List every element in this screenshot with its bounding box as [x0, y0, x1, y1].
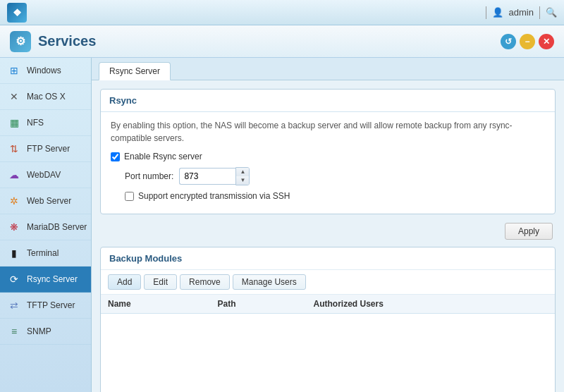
close-button[interactable]: ✕ — [539, 34, 554, 49]
sidebar-item-label: FTP Server — [27, 144, 70, 154]
main-layout: ⊞ Windows ✕ Mac OS X ▦ NFS ⇅ FTP Server … — [0, 58, 564, 392]
sidebar-item-rsync[interactable]: ⟳ Rsync Server — [0, 267, 91, 293]
rsync-description: By enabling this option, the NAS will be… — [111, 119, 545, 145]
username: admin — [509, 7, 534, 18]
sidebar-item-macos[interactable]: ✕ Mac OS X — [0, 84, 91, 110]
apply-button[interactable]: Apply — [505, 223, 553, 240]
table-empty — [101, 314, 555, 393]
col-name: Name — [101, 295, 211, 314]
sidebar-item-label: SNMP — [27, 326, 51, 336]
sidebar-item-label: NFS — [27, 118, 44, 128]
ssh-label[interactable]: Support encrypted transmission via SSH — [138, 191, 290, 201]
webdav-icon: ☁ — [7, 168, 21, 182]
apply-row: Apply — [100, 223, 556, 240]
rsync-section-title: Rsync — [101, 90, 555, 112]
panel: Rsync By enabling this option, the NAS w… — [92, 80, 564, 392]
sidebar-item-terminal[interactable]: ▮ Terminal — [0, 240, 91, 267]
sidebar: ⊞ Windows ✕ Mac OS X ▦ NFS ⇅ FTP Server … — [0, 58, 92, 392]
sidebar-item-snmp[interactable]: ≡ SNMP — [0, 319, 91, 345]
services-icon: ⚙ — [10, 31, 31, 52]
terminal-icon: ▮ — [7, 246, 21, 260]
rsync-icon: ⟳ — [7, 272, 21, 286]
sidebar-item-nfs[interactable]: ▦ NFS — [0, 110, 91, 136]
sidebar-item-label: TFTP Server — [27, 300, 75, 310]
ssh-checkbox[interactable] — [125, 192, 134, 201]
col-authorized-users: Authorized Users — [306, 295, 555, 314]
enable-rsync-checkbox[interactable] — [111, 152, 120, 161]
table-wrap: Name Path Authorized Users — [101, 295, 555, 392]
port-spinner: ▲ ▼ — [235, 167, 250, 185]
backup-table: Name Path Authorized Users — [101, 295, 555, 392]
backup-toolbar: Add Edit Remove Manage Users — [101, 269, 555, 295]
sidebar-item-label: Mac OS X — [27, 92, 66, 102]
nfs-icon: ▦ — [7, 116, 21, 130]
sidebar-item-mariadb[interactable]: ❋ MariaDB Server — [0, 214, 91, 240]
sidebar-item-webdav[interactable]: ☁ WebDAV — [0, 162, 91, 188]
backup-modules-title: Backup Modules — [101, 247, 555, 269]
remove-button[interactable]: Remove — [180, 274, 230, 290]
ftp-icon: ⇅ — [7, 142, 21, 156]
search-icon[interactable]: 🔍 — [546, 7, 557, 18]
refresh-button[interactable]: ↺ — [501, 34, 516, 49]
content-area: Rsync Server Rsync By enabling this opti… — [92, 58, 564, 392]
rsync-section-body: By enabling this option, the NAS will be… — [101, 112, 555, 214]
manage-users-button[interactable]: Manage Users — [233, 274, 306, 290]
sidebar-item-label: Rsync Server — [27, 274, 78, 284]
sidebar-item-label: Web Server — [27, 196, 71, 206]
port-input-wrap: ▲ ▼ — [179, 167, 250, 185]
sidebar-item-webserver[interactable]: ✲ Web Server — [0, 188, 91, 214]
port-label: Port number: — [125, 171, 173, 181]
ssh-row: Support encrypted transmission via SSH — [111, 191, 545, 201]
snmp-icon: ≡ — [7, 324, 21, 338]
windows-icon: ⊞ — [7, 63, 21, 78]
header-title-area: ⚙ Services — [10, 31, 96, 52]
page-title: Services — [38, 33, 96, 49]
port-input[interactable] — [179, 168, 235, 185]
port-up-button[interactable]: ▲ — [236, 168, 249, 176]
edit-button[interactable]: Edit — [144, 274, 177, 290]
divider — [486, 6, 486, 19]
backup-modules-section: Backup Modules Add Edit Remove Manage Us… — [100, 247, 556, 392]
mariadb-icon: ❋ — [7, 220, 21, 234]
add-button[interactable]: Add — [108, 274, 141, 290]
top-bar-left: ❖ — [7, 3, 27, 23]
tab-rsync-server[interactable]: Rsync Server — [99, 62, 171, 80]
divider2 — [539, 6, 540, 19]
header-bar: ⚙ Services ↺ − ✕ — [0, 25, 564, 58]
app-logo: ❖ — [7, 3, 27, 23]
sidebar-item-label: MariaDB Server — [27, 222, 87, 232]
port-down-button[interactable]: ▼ — [236, 176, 249, 185]
enable-rsync-row: Enable Rsync server — [111, 152, 545, 161]
sidebar-item-ftp[interactable]: ⇅ FTP Server — [0, 136, 91, 162]
sidebar-item-label: WebDAV — [27, 170, 61, 180]
sidebar-item-label: Terminal — [27, 248, 59, 258]
user-icon: 👤 — [492, 7, 503, 18]
col-path: Path — [211, 295, 307, 314]
top-bar-right: 👤 admin 🔍 — [486, 6, 557, 19]
sidebar-item-tftp[interactable]: ⇄ TFTP Server — [0, 293, 91, 319]
port-row: Port number: ▲ ▼ — [111, 167, 545, 185]
sidebar-item-windows[interactable]: ⊞ Windows — [0, 58, 91, 84]
enable-rsync-label[interactable]: Enable Rsync server — [124, 152, 202, 161]
tftp-icon: ⇄ — [7, 298, 21, 312]
minimize-button[interactable]: − — [520, 34, 535, 49]
macos-icon: ✕ — [7, 90, 21, 104]
sidebar-item-label: Windows — [27, 66, 61, 75]
tab-bar: Rsync Server — [92, 58, 564, 80]
webserver-icon: ✲ — [7, 194, 21, 208]
top-bar: ❖ 👤 admin 🔍 — [0, 0, 564, 25]
window-controls: ↺ − ✕ — [501, 34, 554, 49]
table-header-row: Name Path Authorized Users — [101, 295, 555, 314]
rsync-section: Rsync By enabling this option, the NAS w… — [100, 89, 556, 214]
